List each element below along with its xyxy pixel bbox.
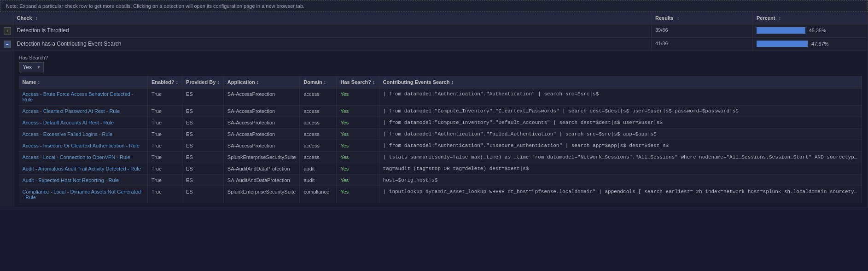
inner-row-name: Compliance - Local - Dynamic Assets Not …: [19, 186, 148, 203]
inner-row-name-link[interactable]: Access - Insecure Or Cleartext Authentic…: [23, 143, 140, 148]
inner-row-name-link[interactable]: Compliance - Local - Dynamic Assets Not …: [23, 189, 141, 200]
inner-row-domain: audit: [300, 175, 337, 186]
inner-row-application: SplunkEnterpriseSecuritySuite: [223, 152, 300, 163]
inner-row-application: SplunkEnterpriseSecuritySuite: [223, 186, 300, 203]
inner-row-contributing: | tstats summariesonly=false max(_time) …: [379, 152, 862, 163]
throttled-row: + Detection is Throttled 39/86 45.35%: [0, 24, 868, 38]
inner-row-domain: access: [300, 140, 337, 152]
inner-col-hassearch-header[interactable]: Has Search? ↕: [337, 76, 379, 88]
inner-table-header-row: Name ↕ Enabled? ↕ Provided By ↕: [19, 76, 862, 88]
throttled-results: 39/86: [655, 27, 668, 33]
inner-row-name: Access - Insecure Or Cleartext Authentic…: [19, 140, 148, 152]
results-sort-icon: ↕: [677, 15, 680, 21]
throttled-expander-cell[interactable]: +: [0, 24, 13, 38]
inner-table-row: Audit - Expected Host Not Reporting - Ru…: [19, 175, 862, 186]
inner-row-application: SA-AccessProtection: [223, 88, 300, 106]
contributing-check-cell: Detection has a Contributing Event Searc…: [13, 38, 652, 51]
inner-row-application: SA-AuditAndDataProtection: [223, 175, 300, 186]
inner-row-name-link[interactable]: Access - Cleartext Password At Rest - Ru…: [23, 108, 120, 114]
inner-row-name-link[interactable]: Access - Brute Force Access Behavior Det…: [23, 91, 134, 102]
inner-col-name-header[interactable]: Name ↕: [19, 76, 148, 88]
inner-row-name: Access - Default Accounts At Rest - Rule: [19, 117, 148, 129]
inner-row-application: SA-AccessProtection: [223, 140, 300, 152]
throttled-check-label: Detection is Throttled: [17, 27, 69, 34]
results-header-label: Results: [655, 15, 674, 21]
inner-row-contributing: tag=audit (tag=stop OR tag=delete) dest=…: [379, 163, 862, 175]
inner-row-enabled: True: [148, 140, 182, 152]
inner-row-provided: ES: [182, 88, 224, 106]
check-header[interactable]: Check ↕: [13, 12, 652, 24]
expander-header: [0, 12, 13, 24]
inner-row-name-link[interactable]: Audit - Expected Host Not Reporting - Ru…: [23, 177, 119, 183]
contributing-row: − Detection has a Contributing Event Sea…: [0, 38, 868, 51]
contributing-expand-toggle[interactable]: −: [4, 41, 11, 48]
inner-row-domain: access: [300, 129, 337, 140]
main-table-wrapper: Check ↕ Results ↕ Percent ↕ +: [0, 12, 868, 271]
inner-row-provided: ES: [182, 117, 224, 129]
inner-row-domain: access: [300, 117, 337, 129]
inner-row-name-link[interactable]: Audit - Anomalous Audit Trail Activity D…: [23, 166, 141, 171]
inner-row-contributing: host=$orig_host|s$: [379, 175, 862, 186]
inner-table: Name ↕ Enabled? ↕ Provided By ↕: [19, 76, 862, 203]
inner-table-row: Access - Brute Force Access Behavior Det…: [19, 88, 862, 106]
inner-row-contributing: | from datamodel:"Compute_Inventory"."Cl…: [379, 106, 862, 117]
inner-row-name: Access - Brute Force Access Behavior Det…: [19, 88, 148, 106]
has-search-dropdown-wrapper[interactable]: Yes No All: [19, 62, 44, 72]
results-header[interactable]: Results ↕: [652, 12, 753, 24]
inner-row-application: SA-AccessProtection: [223, 106, 300, 117]
contributing-results: 41/86: [655, 41, 668, 46]
inner-table-row: Audit - Anomalous Audit Trail Activity D…: [19, 163, 862, 175]
inner-row-provided: ES: [182, 129, 224, 140]
main-table: Check ↕ Results ↕ Percent ↕ +: [0, 12, 868, 207]
inner-row-enabled: True: [148, 163, 182, 175]
throttled-expand-toggle[interactable]: +: [4, 27, 11, 35]
inner-row-name: Access - Excessive Failed Logins - Rule: [19, 129, 148, 140]
throttled-results-cell: 39/86: [652, 24, 753, 38]
throttled-percent-cell: 45.35%: [753, 24, 868, 38]
throttled-percent-bar-container: 45.35%: [757, 27, 864, 34]
contributing-results-cell: 41/86: [652, 38, 753, 51]
inner-row-hassearch: Yes: [337, 88, 379, 106]
inner-row-hassearch: Yes: [337, 117, 379, 129]
inner-row-domain: access: [300, 106, 337, 117]
has-search-select[interactable]: Yes No All: [19, 62, 44, 72]
inner-table-row: Access - Cleartext Password At Rest - Ru…: [19, 106, 862, 117]
inner-row-application: SA-AccessProtection: [223, 117, 300, 129]
inner-row-hassearch: Yes: [337, 163, 379, 175]
inner-table-row: Access - Insecure Or Cleartext Authentic…: [19, 140, 862, 152]
inner-col-contributing-header[interactable]: Contributing Events Search ↕: [379, 76, 862, 88]
inner-row-provided: ES: [182, 175, 224, 186]
inner-col-application-header[interactable]: Application ↕: [223, 76, 300, 88]
inner-table-row: Compliance - Local - Dynamic Assets Not …: [19, 186, 862, 203]
inner-col-enabled-header[interactable]: Enabled? ↕: [148, 76, 182, 88]
inner-table-row: Access - Excessive Failed Logins - RuleT…: [19, 129, 862, 140]
inner-row-enabled: True: [148, 152, 182, 163]
inner-row-enabled: True: [148, 106, 182, 117]
contributing-percent-bar: [757, 41, 808, 47]
contributing-expander-cell[interactable]: −: [0, 38, 13, 51]
sub-section: Has Search? Yes No All: [13, 51, 868, 207]
inner-row-provided: ES: [182, 140, 224, 152]
inner-col-provided-header[interactable]: Provided By ↕: [182, 76, 224, 88]
inner-row-hassearch: Yes: [337, 175, 379, 186]
inner-row-name-link[interactable]: Access - Local - Connection to OpenVPN -…: [23, 154, 130, 160]
contributing-percent-cell: 47.67%: [753, 38, 868, 51]
percent-sort-icon: ↕: [778, 15, 781, 21]
percent-header[interactable]: Percent ↕: [753, 12, 868, 24]
inner-row-name-link[interactable]: Access - Default Accounts At Rest - Rule: [23, 120, 114, 125]
inner-row-domain: audit: [300, 163, 337, 175]
inner-row-name-link[interactable]: Access - Excessive Failed Logins - Rule: [23, 131, 113, 137]
contributing-check-label: Detection has a Contributing Event Searc…: [17, 41, 122, 47]
inner-col-domain-header[interactable]: Domain ↕: [300, 76, 337, 88]
percent-header-label: Percent: [757, 15, 775, 21]
inner-row-domain: access: [300, 152, 337, 163]
inner-row-hassearch: Yes: [337, 140, 379, 152]
contributing-percent-bar-container: 47.67%: [757, 41, 864, 47]
inner-table-row: Access - Local - Connection to OpenVPN -…: [19, 152, 862, 163]
inner-row-contributing: | inputlookup dynamic_asset_lookup WHERE…: [379, 186, 862, 203]
inner-row-hassearch: Yes: [337, 106, 379, 117]
inner-row-provided: ES: [182, 163, 224, 175]
inner-row-contributing: | from datamodel:"Authentication"."Insec…: [379, 140, 862, 152]
throttled-check-cell: Detection is Throttled: [13, 24, 652, 38]
inner-row-name: Audit - Anomalous Audit Trail Activity D…: [19, 163, 148, 175]
